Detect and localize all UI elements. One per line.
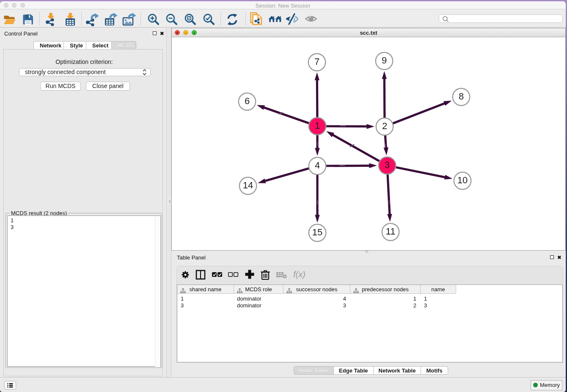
svg-text:8: 8 [459, 91, 464, 102]
svg-text:11: 11 [386, 226, 396, 237]
svg-text:9: 9 [382, 55, 387, 66]
svg-text:10: 10 [457, 175, 468, 185]
svg-text:7: 7 [314, 56, 319, 67]
svg-text:6: 6 [245, 96, 250, 106]
svg-text:2: 2 [382, 121, 387, 131]
svg-text:3: 3 [385, 160, 390, 170]
svg-text:1: 1 [315, 120, 320, 131]
svg-text:14: 14 [243, 180, 253, 190]
svg-text:4: 4 [315, 160, 320, 171]
svg-text:15: 15 [312, 227, 322, 237]
svg-text:f(x): f(x) [293, 270, 306, 279]
